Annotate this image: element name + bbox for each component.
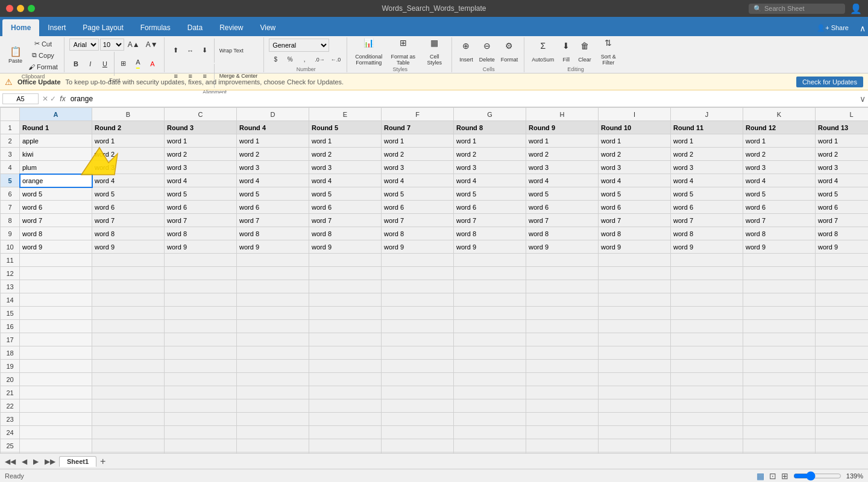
cell-F3[interactable]: word 2 — [382, 148, 454, 161]
row-number-7[interactable]: 7 — [1, 201, 20, 214]
cell-K20[interactable] — [743, 373, 816, 386]
cell-I21[interactable] — [599, 386, 671, 399]
cell-J22[interactable] — [671, 399, 743, 413]
cell-J12[interactable] — [671, 267, 743, 280]
row-number-19[interactable]: 19 — [1, 360, 20, 373]
tab-data[interactable]: Data — [179, 19, 211, 36]
cell-H12[interactable] — [526, 267, 599, 280]
cell-E4[interactable]: word 3 — [309, 161, 382, 174]
cell-G15[interactable] — [454, 307, 526, 320]
cell-D21[interactable] — [237, 386, 309, 399]
cell-K26[interactable] — [743, 452, 816, 454]
cell-D20[interactable] — [237, 373, 309, 386]
cell-H8[interactable]: word 7 — [526, 214, 599, 227]
col-header-L[interactable]: L — [816, 108, 869, 121]
cell-F16[interactable] — [382, 320, 454, 333]
cell-K18[interactable] — [743, 346, 816, 360]
cell-L7[interactable]: word 6 — [816, 201, 869, 214]
currency-button[interactable]: $ — [269, 54, 282, 65]
cell-E3[interactable]: word 2 — [309, 148, 382, 161]
cell-D13[interactable] — [237, 280, 309, 293]
cell-L12[interactable] — [816, 267, 869, 280]
decrease-font-button[interactable]: A▼ — [143, 39, 160, 51]
cell-D8[interactable]: word 7 — [237, 214, 309, 227]
cell-C19[interactable] — [165, 360, 237, 373]
cell-E8[interactable]: word 7 — [309, 214, 382, 227]
cell-F4[interactable]: word 3 — [382, 161, 454, 174]
cell-B6[interactable]: word 5 — [92, 187, 165, 201]
ribbon-collapse-icon[interactable]: ∧ — [860, 23, 866, 33]
cell-L11[interactable] — [816, 254, 869, 267]
cell-H19[interactable] — [526, 360, 599, 373]
cell-F9[interactable]: word 8 — [382, 227, 454, 240]
cell-J7[interactable]: word 6 — [671, 201, 743, 214]
cell-D4[interactable]: word 3 — [237, 161, 309, 174]
cell-F17[interactable] — [382, 333, 454, 346]
check-for-updates-button[interactable]: Check for Updates — [796, 77, 863, 87]
conditional-formatting-button[interactable]: 📊 Conditional Formatting — [352, 39, 385, 65]
cell-B4[interactable]: word 3 — [92, 161, 165, 174]
cell-I14[interactable] — [599, 293, 671, 307]
cell-G5[interactable]: word 4 — [454, 174, 526, 187]
cell-H21[interactable] — [526, 386, 599, 399]
cell-K4[interactable]: word 3 — [743, 161, 816, 174]
cell-C7[interactable]: word 6 — [165, 201, 237, 214]
cell-G3[interactable]: word 2 — [454, 148, 526, 161]
cell-A9[interactable]: word 8 — [20, 227, 92, 240]
cell-B9[interactable]: word 8 — [92, 227, 165, 240]
cell-B18[interactable] — [92, 346, 165, 360]
cut-button[interactable]: ✂Cut — [26, 39, 60, 49]
cell-F20[interactable] — [382, 373, 454, 386]
format-button[interactable]: ⚙ Format — [498, 39, 521, 65]
cell-F8[interactable]: word 7 — [382, 214, 454, 227]
cell-G19[interactable] — [454, 360, 526, 373]
cell-G23[interactable] — [454, 413, 526, 426]
cell-A5[interactable]: orange — [20, 174, 92, 187]
cell-E24[interactable] — [309, 426, 382, 439]
cell-F24[interactable] — [382, 426, 454, 439]
cell-J18[interactable] — [671, 346, 743, 360]
cell-L14[interactable] — [816, 293, 869, 307]
cell-H11[interactable] — [526, 254, 599, 267]
cell-F25[interactable] — [382, 439, 454, 452]
cell-I24[interactable] — [599, 426, 671, 439]
cell-F7[interactable]: word 6 — [382, 201, 454, 214]
fill-color-button[interactable]: A▬ — [131, 58, 145, 70]
cell-K5[interactable]: word 4 — [743, 174, 816, 187]
cell-D22[interactable] — [237, 399, 309, 413]
cell-A7[interactable]: word 6 — [20, 201, 92, 214]
clear-button[interactable]: 🗑 Clear — [576, 39, 594, 65]
tab-review[interactable]: Review — [211, 19, 251, 36]
cell-E13[interactable] — [309, 280, 382, 293]
cell-I26[interactable] — [599, 452, 671, 454]
row-number-22[interactable]: 22 — [1, 399, 20, 413]
cell-A1[interactable]: Round 1 — [20, 121, 92, 134]
cell-L6[interactable]: word 5 — [816, 187, 869, 201]
row-number-17[interactable]: 17 — [1, 333, 20, 346]
add-sheet-button[interactable]: + — [98, 456, 108, 467]
cell-J13[interactable] — [671, 280, 743, 293]
align-middle-button[interactable]: ↔ — [184, 45, 197, 57]
cell-E18[interactable] — [309, 346, 382, 360]
cell-H26[interactable] — [526, 452, 599, 454]
cell-G2[interactable]: word 1 — [454, 134, 526, 148]
cell-G12[interactable] — [454, 267, 526, 280]
cell-H25[interactable] — [526, 439, 599, 452]
cell-K16[interactable] — [743, 320, 816, 333]
dec-increase-button[interactable]: .0→ — [312, 54, 327, 65]
cell-E16[interactable] — [309, 320, 382, 333]
cell-D1[interactable]: Round 4 — [237, 121, 309, 134]
cell-I1[interactable]: Round 10 — [599, 121, 671, 134]
cell-K7[interactable]: word 6 — [743, 201, 816, 214]
col-header-K[interactable]: K — [743, 108, 816, 121]
cell-K10[interactable]: word 9 — [743, 240, 816, 254]
cell-D15[interactable] — [237, 307, 309, 320]
cell-I22[interactable] — [599, 399, 671, 413]
row-number-12[interactable]: 12 — [1, 267, 20, 280]
cell-H3[interactable]: word 2 — [526, 148, 599, 161]
row-number-14[interactable]: 14 — [1, 293, 20, 307]
cell-K14[interactable] — [743, 293, 816, 307]
cell-F2[interactable]: word 1 — [382, 134, 454, 148]
cell-I25[interactable] — [599, 439, 671, 452]
row-number-11[interactable]: 11 — [1, 254, 20, 267]
